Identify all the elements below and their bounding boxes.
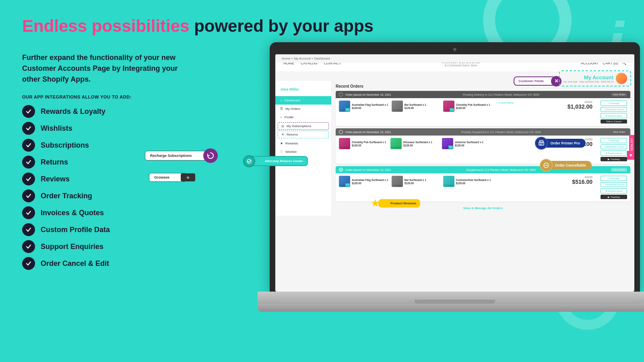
item-price: $129.00: [405, 107, 426, 109]
sidebar-item-rewards[interactable]: ★ Rewards: [275, 139, 331, 148]
check-icon: [22, 122, 35, 135]
item-info: Australian Flag Surfboard x 1 $129.00: [352, 179, 388, 185]
order-status-circle: [339, 93, 343, 97]
item-price: $129.00: [455, 144, 483, 147]
order-date: Order placed on November 10, 2021: [345, 131, 391, 134]
my-account-avatar: [616, 73, 627, 84]
feature-text: Wishlists: [41, 124, 72, 133]
view-order-button[interactable]: View Order: [611, 130, 627, 134]
item-name: Bat Surfboard x 1: [405, 103, 426, 106]
download-invoice-button[interactable]: ↓ Download Invoice: [601, 144, 627, 149]
check-icon: [22, 139, 35, 152]
order-date: Order placed on November 10, 2021: [345, 93, 391, 96]
order-number: #1019: [572, 176, 592, 179]
order-status-text: Partially Dispatched to 111 Flinders Str…: [461, 131, 541, 134]
aftership-badge: Aftership Returns Center: [250, 156, 308, 166]
svg-point-3: [25, 158, 32, 166]
order-item: 5.0 Universe Surfboard x 1 $129.00: [442, 138, 490, 149]
recharge-icon: [203, 148, 218, 163]
order-item: Bat Surfboard x 1 $129.00: [392, 101, 440, 112]
review-items-button[interactable]: ★ Review Items: [601, 188, 627, 193]
order-header-1020: Order placed on November 10, 2021 Partia…: [336, 128, 630, 136]
view-order-button[interactable]: View Order: [611, 93, 627, 97]
order-item: Dinosaur Surfboard x 1 $129.00: [390, 138, 439, 149]
sidebar: Jane Miller ⌂ Dashboard ☰ My Orders ○ Pr…: [275, 81, 332, 216]
order-printer-container: Order Printer Pro: [536, 139, 586, 148]
order-cancellable-badge: Order Cancellable: [541, 161, 592, 170]
sidebar-item-returns[interactable]: ✕ Returns: [278, 131, 329, 138]
svg-rect-12: [540, 140, 543, 142]
returns-label: Returns: [287, 133, 298, 136]
returns-icon: ✕: [281, 133, 284, 136]
check-icon: [22, 257, 35, 270]
recharge-subscriptions-container: Recharge Subscriptions: [145, 151, 209, 160]
product-thumbnail: [339, 138, 350, 149]
recharge-subscriptions-badge: Recharge Subscriptions: [145, 151, 209, 160]
feature-text: Order Cancel & Edit: [41, 259, 109, 268]
list-item: Invoices & Quotes: [22, 206, 179, 219]
order-total: $516.00: [572, 179, 592, 185]
item-info: Chookity Pok Surfboard x 1 $129.00: [456, 103, 490, 109]
laptop-camera: [453, 48, 456, 51]
check-icon: [22, 206, 35, 219]
list-item: Support Enquiries: [22, 240, 179, 253]
feature-text: Rewards & Loyalty: [41, 107, 105, 116]
my-account-label: My Account: [584, 74, 613, 80]
sidebar-item-dashboard[interactable]: ⌂ Dashboard: [275, 96, 331, 105]
item-name: CustomerHub Surfboard x 1: [456, 179, 491, 181]
view-order-button[interactable]: View Order: [611, 168, 627, 172]
download-invoice-button[interactable]: ↓ Download Invoice: [601, 182, 627, 187]
svg-point-4: [25, 175, 32, 183]
my-account-badge: My Account Our next Sub · Type services …: [559, 70, 631, 86]
order-item: 4.0 Chookity Pok Surfboard x 1 $129.00: [443, 101, 491, 112]
tracking-button[interactable]: ▶ Tracking: [601, 157, 627, 161]
aftership-text: Aftership Returns Center: [265, 159, 303, 163]
svg-point-9: [25, 260, 32, 267]
aftership-returns-container: Aftership Returns Center: [250, 156, 308, 166]
item-name: Chookity Pok Surfboard x 1: [352, 141, 386, 144]
laptop-screen: HOME CATALOG CONTACT Mexican Surfboards …: [275, 54, 634, 292]
reorder-button[interactable]: ↺ Reorder: [601, 138, 627, 143]
laptop-bottom: [258, 304, 644, 312]
svg-point-6: [25, 209, 32, 216]
product-thumbnail: 4.4: [339, 101, 350, 112]
sidebar-item-wishlist[interactable]: ♡ Wishlist: [275, 148, 331, 156]
item-price: $129.00: [352, 107, 388, 109]
list-item: Order Tracking: [22, 189, 179, 202]
download-invoice-button[interactable]: ↓ Download Invoice: [601, 107, 627, 112]
review-items-button[interactable]: ★ Review Items: [601, 150, 627, 156]
rewards-icon: ★: [280, 142, 283, 145]
check-icon: [22, 223, 35, 236]
reorder-button[interactable]: ↺ Reorder: [601, 101, 627, 106]
product-thumbnail: [392, 176, 403, 187]
reorder-button[interactable]: ↺ Reorder: [601, 176, 627, 181]
customer-fields-text: Customer Fields: [518, 79, 544, 83]
feature-text: Invoices & Quotes: [41, 209, 104, 217]
left-panel: Further expand the functionality of your…: [22, 52, 179, 270]
sidebar-item-subscriptions[interactable]: ◎ My Subscriptions: [278, 122, 329, 130]
sidebar-item-profile[interactable]: ○ Profile: [275, 113, 331, 121]
aftership-icon: [243, 155, 255, 167]
product-reviews-container: ★ Product Reviews: [378, 199, 420, 208]
order-number: #1021: [568, 101, 592, 103]
my-account-date: Our next Sub · Type services Sub · 2022-…: [563, 80, 613, 83]
tracking-button[interactable]: ▶ Tracking: [601, 195, 627, 199]
subscriptions-label: My Subscriptions: [287, 124, 311, 128]
subscriptions-icon: ◎: [281, 124, 284, 128]
order-total-section: #1019 $516.00: [572, 176, 594, 185]
feature-text: Order Tracking: [41, 192, 92, 200]
order-printer-icon: [535, 137, 548, 150]
edit-cancel-button[interactable]: Edit or Cancel: [601, 119, 627, 123]
dashboard-icon: ⌂: [280, 99, 282, 102]
heart-sidebar-tab[interactable]: ♥: [627, 151, 634, 160]
order-status-text: Pending Delivery to 111 Flinders Street,…: [463, 93, 539, 96]
order-card-1021: Order placed on November 10, 2021 Pendin…: [336, 91, 630, 126]
sidebar-item-orders[interactable]: ☰ My Orders: [275, 105, 331, 113]
check-icon: [22, 156, 35, 169]
check-icon: [22, 173, 35, 185]
list-item: Wishlists: [22, 122, 179, 135]
review-items-button[interactable]: ★ Review Items: [601, 113, 627, 118]
star-icon: ★: [371, 198, 379, 209]
order-actions: ↺ Reorder ↓ Download Invoice ★ Review It…: [601, 101, 627, 123]
integrations-label: OUR APP INTEGRATIONS ALLOW YOU TO ADD:: [22, 95, 179, 99]
